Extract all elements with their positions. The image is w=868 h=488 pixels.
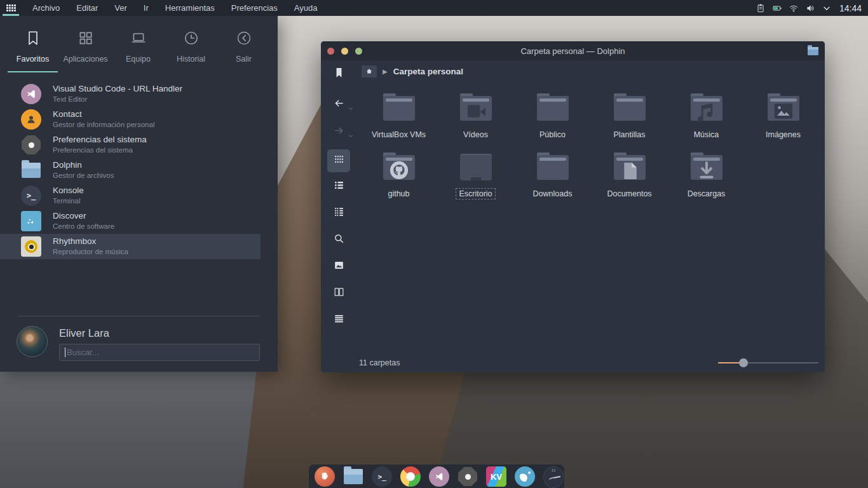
menu-preferencias[interactable]: Preferencias <box>223 1 286 15</box>
folder-item-música[interactable]: Música <box>668 87 745 146</box>
app-item-konsole[interactable]: >_ Konsole Terminal <box>0 183 278 208</box>
folder-icon <box>383 152 416 180</box>
compact-view-button[interactable] <box>331 206 346 220</box>
folder-name: Descargas <box>684 188 729 200</box>
folder-item-descargas[interactable]: Descargas <box>668 146 745 205</box>
app-item-kontact[interactable]: Kontact Gestor de información personal <box>0 107 278 132</box>
system-settings-icon <box>21 135 41 155</box>
folder-item-escritorio[interactable]: Escritorio <box>437 146 514 205</box>
dock-chrome-icon[interactable] <box>400 466 421 487</box>
image-glyph-icon <box>767 102 800 121</box>
grid-view-button[interactable] <box>327 149 350 172</box>
tab-aplicaciones[interactable]: Aplicaciones <box>59 25 112 72</box>
caret-down-icon[interactable] <box>348 102 353 114</box>
menu-ver[interactable]: Ver <box>106 1 135 15</box>
folder-item-github[interactable]: github <box>360 146 437 205</box>
tab-label: Aplicaciones <box>63 55 107 64</box>
statusbar: 11 carpetas <box>321 353 825 372</box>
list-view-button[interactable] <box>331 179 346 193</box>
menu-archivo[interactable]: Archivo <box>24 1 68 15</box>
folder-item-plantillas[interactable]: Plantillas <box>591 87 668 146</box>
app-description: Text Editor <box>53 95 182 104</box>
zoom-slider[interactable] <box>718 358 818 368</box>
tab-equipo[interactable]: Equipo <box>112 25 165 72</box>
menu-editar[interactable]: Editar <box>68 1 106 15</box>
home-folder-button[interactable] <box>362 65 377 78</box>
app-launcher-button[interactable] <box>0 0 22 16</box>
dock-settings-icon[interactable] <box>458 466 478 487</box>
tab-salir[interactable]: Salir <box>217 25 270 72</box>
launcher-search-box[interactable] <box>59 344 260 361</box>
app-name: Dolphin <box>53 160 114 171</box>
preview-icon <box>333 259 345 274</box>
dock-terminal-icon[interactable]: >_ <box>372 466 392 487</box>
tab-historial[interactable]: Historial <box>165 25 217 72</box>
dock-clock-widget[interactable]: 12 <box>543 466 564 488</box>
menu-ir[interactable]: Ir <box>135 1 157 15</box>
clock[interactable]: 14:44 <box>839 3 862 13</box>
window-body: ▶ Carpeta personal VirtualBox VMs Vídeos… <box>321 60 825 353</box>
app-item-vscode[interactable]: Visual Studio Code - URL Handler Text Ed… <box>0 81 278 107</box>
volume-icon[interactable] <box>805 3 816 13</box>
app-name: Kontact <box>53 109 154 120</box>
split-view-button[interactable] <box>331 286 346 300</box>
app-item-rhythmbox[interactable]: Rhythmbox Reproductor de música <box>0 234 261 259</box>
folder-item-vídeos[interactable]: Vídeos <box>437 87 514 146</box>
dock-files-icon[interactable] <box>343 466 363 487</box>
app-description: Gestor de información personal <box>53 120 154 129</box>
launcher-tabs: Favoritos Aplicaciones Equipo Historial … <box>0 16 278 72</box>
folder-icon <box>808 47 818 55</box>
folder-item-imágenes[interactable]: Imágenes <box>745 87 822 146</box>
minimize-button[interactable] <box>341 48 348 55</box>
tab-label: Historial <box>177 55 205 64</box>
folder-icon <box>690 93 723 121</box>
folder-icon <box>383 93 416 121</box>
menu-herramientas[interactable]: Herramientas <box>157 1 223 15</box>
folder-name: Público <box>536 129 569 140</box>
user-avatar[interactable] <box>17 326 48 357</box>
search-button[interactable] <box>331 233 346 247</box>
clipboard-icon[interactable] <box>756 3 766 13</box>
dock-paint-icon[interactable] <box>515 466 535 487</box>
wifi-icon[interactable] <box>789 3 799 13</box>
kontact-icon <box>21 109 41 130</box>
divider <box>17 316 261 316</box>
system-tray: 14:44 <box>756 3 868 13</box>
folder-item-público[interactable]: Público <box>514 87 591 146</box>
window-titlebar[interactable]: Carpeta personal — Dolphin <box>321 41 825 60</box>
app-item-settings[interactable]: Preferencias del sistema Preferencias de… <box>0 132 278 158</box>
dock-firefox-icon[interactable] <box>315 466 335 487</box>
bookmark-button[interactable] <box>331 67 346 81</box>
folder-name: Imágenes <box>763 129 804 140</box>
app-description: Terminal <box>53 196 84 205</box>
app-name: Preferencias del sistema <box>53 135 147 146</box>
folder-item-documentos[interactable]: Documentos <box>591 146 668 205</box>
app-item-dolphin[interactable]: Dolphin Gestor de archivos <box>0 158 278 183</box>
folder-name: Downloads <box>530 188 576 200</box>
preview-button[interactable] <box>331 259 346 273</box>
dolphin-toolbar <box>321 60 356 353</box>
tab-favoritos[interactable]: Favoritos <box>6 25 59 72</box>
search-input[interactable] <box>67 348 254 357</box>
caret-down-icon[interactable] <box>348 130 353 141</box>
folder-icon <box>613 152 646 180</box>
chevron-down-icon[interactable] <box>822 3 832 13</box>
window-controls <box>327 48 362 55</box>
dock-kdenlive-icon[interactable]: KV <box>486 466 506 487</box>
dock-vscode-icon[interactable] <box>429 466 449 487</box>
battery-icon[interactable] <box>772 3 783 13</box>
close-button[interactable] <box>327 48 334 55</box>
folder-icon <box>459 93 492 121</box>
back-button[interactable] <box>331 97 346 111</box>
app-item-discover[interactable]: Discover Centro de software <box>0 208 278 234</box>
logout-icon <box>236 30 252 48</box>
breadcrumb-path[interactable]: Carpeta personal <box>393 67 463 76</box>
maximize-button[interactable] <box>355 48 362 55</box>
folder-item-virtualbox-vms[interactable]: VirtualBox VMs <box>360 87 437 146</box>
top-panel: ArchivoEditarVerIrHerramientasPreferenci… <box>0 0 868 16</box>
folder-item-downloads[interactable]: Downloads <box>514 146 591 205</box>
menu-button[interactable] <box>331 313 346 327</box>
forward-button[interactable] <box>331 125 346 139</box>
menu-ayuda[interactable]: Ayuda <box>286 1 326 15</box>
slider-handle[interactable] <box>739 358 748 367</box>
